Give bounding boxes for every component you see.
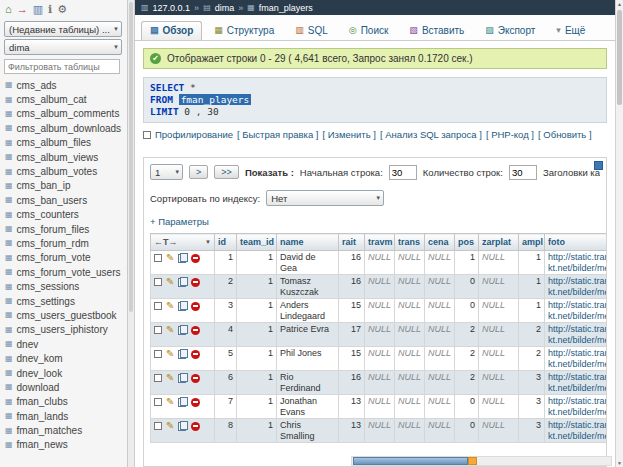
cell-trans[interactable]: NULL: [395, 371, 425, 395]
tab-insert[interactable]: ▧Вставить: [400, 21, 473, 40]
tab-export[interactable]: ▨Экспорт: [476, 21, 544, 40]
cell-travm[interactable]: NULL: [365, 251, 395, 275]
sidebar-table-item[interactable]: ▦fman_lands: [3, 409, 127, 423]
scroll-up-arrow[interactable]: ▲: [616, 1, 623, 7]
cell-name[interactable]: Chris Smalling: [277, 419, 339, 443]
column-header-name[interactable]: name: [277, 234, 339, 251]
cell-rait[interactable]: 16: [339, 371, 365, 395]
logout-icon[interactable]: →: [17, 3, 28, 15]
sidebar-table-item[interactable]: ▦cms_forum_vote: [3, 251, 127, 265]
row-checkbox[interactable]: [154, 326, 162, 334]
sidebar-table-item[interactable]: ▦cms_sessions: [3, 279, 127, 293]
row-checkbox[interactable]: [154, 374, 162, 382]
row-checkbox[interactable]: [154, 278, 162, 286]
delete-icon[interactable]: [191, 278, 200, 287]
tab-more[interactable]: ▾Ещё: [547, 21, 594, 40]
cell-foto[interactable]: http://static.transfermarkt.net/bilder/m…: [545, 347, 608, 371]
column-header-cena[interactable]: cena: [425, 234, 455, 251]
cell-id[interactable]: 8: [215, 419, 237, 443]
sidebar-table-item[interactable]: ▦dnev: [3, 337, 127, 351]
sidebar-table-item[interactable]: ▦cms_counters: [3, 208, 127, 222]
cell-ampl[interactable]: 1: [519, 275, 545, 299]
home-icon[interactable]: ⌂: [5, 3, 12, 15]
cell-name[interactable]: Patrice Evra: [277, 323, 339, 347]
cell-team_id[interactable]: 1: [237, 395, 277, 419]
profiling-checkbox[interactable]: [143, 131, 151, 139]
page-select[interactable]: 1 ▼: [150, 164, 183, 180]
cell-rait[interactable]: 17: [339, 323, 365, 347]
cell-ampl[interactable]: 2: [519, 323, 545, 347]
cell-ampl[interactable]: 1: [519, 299, 545, 323]
sidebar-table-item[interactable]: ▦cms_ads: [3, 78, 127, 92]
cell-name[interactable]: Phil Jones: [277, 347, 339, 371]
cell-foto[interactable]: http://static.transfermarkt.net/bilder/m…: [545, 371, 608, 395]
sidebar-table-item[interactable]: ▦fman_matches: [3, 423, 127, 437]
row-checkbox[interactable]: [154, 302, 162, 310]
column-header-id[interactable]: id: [215, 234, 237, 251]
cell-zarplat[interactable]: NULL: [479, 323, 519, 347]
sidebar-table-item[interactable]: ▦fman_clubs: [3, 395, 127, 409]
cell-id[interactable]: 5: [215, 347, 237, 371]
cell-travm[interactable]: NULL: [365, 395, 395, 419]
profiling-link[interactable]: Обновить: [543, 129, 586, 140]
cell-pos[interactable]: 2: [455, 347, 479, 371]
cell-id[interactable]: 1: [215, 251, 237, 275]
sidebar-table-item[interactable]: ▦cms_album_downloads: [3, 121, 127, 135]
cell-ampl[interactable]: 3: [519, 371, 545, 395]
copy-icon[interactable]: [178, 397, 187, 407]
profiling-link[interactable]: Быстрая правка: [242, 129, 313, 140]
cell-cena[interactable]: NULL: [425, 347, 455, 371]
tab-structure[interactable]: ▦Структура: [205, 21, 283, 40]
cell-team_id[interactable]: 1: [237, 371, 277, 395]
cell-team_id[interactable]: 1: [237, 299, 277, 323]
vertical-scrollbar[interactable]: ▲ ▼: [615, 0, 623, 467]
delete-icon[interactable]: [191, 350, 200, 359]
cell-zarplat[interactable]: NULL: [479, 347, 519, 371]
breadcrumb-table[interactable]: fman_players: [259, 3, 313, 13]
settings-icon[interactable]: ⚙: [57, 3, 67, 15]
next-page-button[interactable]: >: [189, 165, 208, 179]
recent-tables-select[interactable]: (Недавние таблицы) ... ▼: [4, 21, 122, 37]
delete-icon[interactable]: [191, 302, 200, 311]
cell-id[interactable]: 6: [215, 371, 237, 395]
sidebar-table-item[interactable]: ▦dnev_look: [3, 366, 127, 380]
sidebar-table-item[interactable]: ▦cms_users_iphistory: [3, 323, 127, 337]
column-header-pos[interactable]: pos: [455, 234, 479, 251]
sql-window-icon[interactable]: ▥: [33, 3, 43, 15]
cell-travm[interactable]: NULL: [365, 323, 395, 347]
cell-pos[interactable]: 0: [455, 395, 479, 419]
cell-name[interactable]: David de Gea: [277, 251, 339, 275]
cell-rait[interactable]: 16: [339, 251, 365, 275]
edit-icon[interactable]: ✎: [166, 325, 174, 335]
profiling-link[interactable]: Анализ SQL запроса: [385, 129, 476, 140]
row-checkbox[interactable]: [154, 422, 162, 430]
sidebar-scrollbar-thumb[interactable]: [129, 2, 133, 312]
tab-sql[interactable]: ▥SQL: [286, 21, 337, 40]
cell-team_id[interactable]: 1: [237, 323, 277, 347]
sidebar-table-item[interactable]: ▦cms_settings: [3, 294, 127, 308]
cell-ampl[interactable]: 1: [519, 251, 545, 275]
cell-rait[interactable]: 13: [339, 419, 365, 443]
row-checkbox[interactable]: [154, 398, 162, 406]
sort-select[interactable]: Нет ▼: [266, 190, 384, 206]
column-header-travm[interactable]: travm: [365, 234, 395, 251]
breadcrumb-server[interactable]: 127.0.0.1: [153, 3, 191, 13]
cell-rait[interactable]: 16: [339, 275, 365, 299]
cell-pos[interactable]: 2: [455, 371, 479, 395]
column-header-zarplat[interactable]: zarplat: [479, 234, 519, 251]
edit-icon[interactable]: ✎: [166, 349, 174, 359]
cell-pos[interactable]: 1: [455, 251, 479, 275]
cell-cena[interactable]: NULL: [425, 299, 455, 323]
cell-zarplat[interactable]: NULL: [479, 395, 519, 419]
cell-trans[interactable]: NULL: [395, 419, 425, 443]
row-checkbox[interactable]: [154, 254, 162, 262]
sidebar-scrollbar[interactable]: [128, 0, 135, 467]
cell-team_id[interactable]: 1: [237, 419, 277, 443]
sidebar-table-item[interactable]: ▦fman_news: [3, 438, 127, 452]
cell-foto[interactable]: http://static.transfermarkt.net/bilder/m…: [545, 251, 608, 275]
edit-icon[interactable]: ✎: [166, 253, 174, 263]
edit-icon[interactable]: ✎: [166, 277, 174, 287]
profiling-link[interactable]: Изменить: [328, 129, 371, 140]
delete-icon[interactable]: [191, 326, 200, 335]
copy-icon[interactable]: [178, 301, 187, 311]
